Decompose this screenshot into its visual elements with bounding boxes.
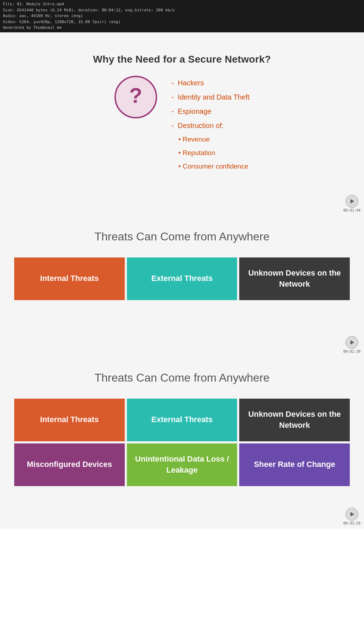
threats-grid-1: Internal Threats External Threats Unknow… xyxy=(14,257,350,300)
file-info-bar: File: 01- Module Intro.mp4 Size: 6541440… xyxy=(0,0,364,32)
timestamp-1: 00:01:44 xyxy=(343,208,360,212)
play-control-3[interactable]: 00:03:20 xyxy=(343,508,360,525)
file-info-line4: Video: h264, yuv420p, 1280x720, 15.00 fp… xyxy=(3,19,361,25)
threat-card-unknown-1[interactable]: Unknown Devices on the Network xyxy=(239,257,350,300)
svg-marker-1 xyxy=(350,340,354,345)
threat-card-internal-1[interactable]: Internal Threats xyxy=(14,257,125,300)
threat-card-external-2-label: External Threats xyxy=(146,407,218,432)
file-info-line2: Size: 6541440 bytes (6.24 MiB), duration… xyxy=(3,7,361,14)
why-item-identity: - Identity and Data Theft xyxy=(171,90,250,104)
play-icon-2[interactable] xyxy=(346,336,358,349)
question-mark-icon: ? xyxy=(114,76,157,118)
section-threats-2: Threats Can Come from Anywhere Internal … xyxy=(0,357,364,500)
why-sub-reputation: Reputation xyxy=(178,146,250,160)
threat-card-external-1[interactable]: External Threats xyxy=(127,257,237,300)
section-why: Why the Need for a Secure Network? ? - H… xyxy=(0,32,364,187)
section-threats-1: Threats Can Come from Anywhere Internal … xyxy=(0,216,364,321)
threats-grid-2: Internal Threats External Threats Unknow… xyxy=(14,399,350,486)
threats-title-1: Threats Can Come from Anywhere xyxy=(14,230,350,243)
why-list: - Hackers - Identity and Data Theft - Es… xyxy=(171,76,250,173)
threat-card-sheerrate[interactable]: Sheer Rate of Change xyxy=(239,443,350,486)
play-triangle-icon-1 xyxy=(349,198,355,204)
threat-card-internal-1-label: Internal Threats xyxy=(35,266,104,291)
bottom-playback: 00:03:20 xyxy=(0,500,364,529)
threat-card-internal-2-label: Internal Threats xyxy=(35,407,104,432)
timestamp-3: 00:03:20 xyxy=(343,521,360,525)
section-why-title: Why the Need for a Secure Network? xyxy=(93,54,271,65)
why-content: ? - Hackers - Identity and Data Theft - … xyxy=(114,76,250,173)
timestamp-2: 00:02:30 xyxy=(343,350,360,353)
play-icon-1[interactable] xyxy=(346,195,358,208)
why-sub-consumer: Consumer confidence xyxy=(178,160,250,173)
threat-card-unknown-1-label: Unknown Devices on the Network xyxy=(239,261,350,297)
threat-card-external-1-label: External Threats xyxy=(146,266,218,291)
threat-card-dataloss[interactable]: Unintentional Data Loss / Leakage xyxy=(127,443,237,486)
why-item-hackers: - Hackers xyxy=(171,76,250,90)
svg-marker-2 xyxy=(350,512,354,516)
play-control-1[interactable]: 00:01:44 xyxy=(343,195,360,212)
threats-title-2: Threats Can Come from Anywhere xyxy=(14,371,350,384)
why-item-espionage: - Espionage xyxy=(171,104,250,118)
threat-card-unknown-2-label: Unknown Devices on the Network xyxy=(239,402,350,438)
playback-area-1: 00:01:44 xyxy=(0,187,364,216)
play-triangle-icon-2 xyxy=(349,340,355,345)
threat-card-internal-2[interactable]: Internal Threats xyxy=(14,399,125,441)
why-item-destruction: - Destruction of: xyxy=(171,118,250,133)
section-sep-2: 00:02:30 xyxy=(0,321,364,357)
svg-marker-0 xyxy=(350,199,354,203)
play-control-2[interactable]: 00:02:30 xyxy=(343,336,360,353)
threat-card-misconfigured-label: Misconfigured Devices xyxy=(22,452,118,477)
play-triangle-icon-3 xyxy=(349,511,355,517)
file-info-line5: Generated by Thumbnail me xyxy=(3,25,361,31)
threat-card-sheerrate-label: Sheer Rate of Change xyxy=(248,452,341,477)
threat-card-misconfigured[interactable]: Misconfigured Devices xyxy=(14,443,125,486)
why-sub-revenue: Revenue xyxy=(178,133,250,146)
file-info-line1: File: 01- Module Intro.mp4 xyxy=(3,1,361,7)
threat-card-unknown-2[interactable]: Unknown Devices on the Network xyxy=(239,399,350,441)
file-info-line3: Audio: aac, 44100 Hz, stereo (eng) xyxy=(3,13,361,19)
threat-card-external-2[interactable]: External Threats xyxy=(127,399,237,441)
why-sublist: Revenue Reputation Consumer confidence xyxy=(178,133,250,173)
play-icon-3[interactable] xyxy=(346,508,358,521)
threat-card-dataloss-label: Unintentional Data Loss / Leakage xyxy=(127,447,237,483)
